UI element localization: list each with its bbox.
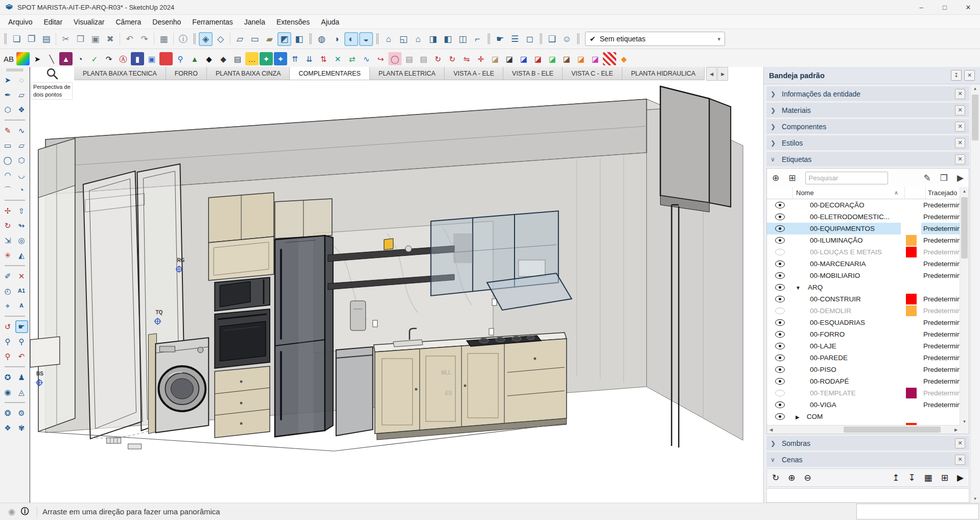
tag-name[interactable]: 00-PAREDE [792, 354, 901, 362]
red-flip-brick-icon[interactable]: ⇋ [460, 52, 473, 65]
scene-tab-vista-a-ele[interactable]: VISTA A - ELE [445, 67, 503, 80]
style-xray-button[interactable]: ◈ [199, 32, 213, 46]
red-move-cross-icon[interactable]: ✛ [474, 52, 487, 65]
text-tool[interactable]: A1 [15, 285, 28, 297]
select-tool[interactable]: ➤ [2, 74, 14, 86]
tab-scroll-left-button[interactable]: ◀ [706, 67, 717, 81]
visibility-toggle[interactable] [767, 366, 792, 373]
axes-extension-tool[interactable]: ✳ [2, 249, 14, 262]
measurements-box[interactable] [856, 504, 979, 519]
orange-box-icon[interactable]: ◆ [617, 52, 631, 65]
protractor-tool[interactable]: ◴ [2, 285, 14, 297]
menu-item[interactable]: Desenho [147, 15, 186, 29]
green-blue-swap-icon[interactable]: ⇄ [345, 52, 359, 65]
tag-color-cell[interactable] [901, 305, 921, 316]
view-left-button[interactable]: ◧ [441, 32, 455, 46]
tag-row[interactable]: 00-MARCENARIA Predeterminado [767, 258, 960, 270]
polygon-tool[interactable]: ⬡ [15, 154, 28, 167]
roof-plane-black-icon[interactable]: ◪ [503, 52, 516, 65]
tag-color-cell[interactable] [901, 329, 921, 340]
two-point-arc-tool[interactable]: ◡ [15, 169, 28, 181]
tag-name[interactable]: 00-TEMPLATE [792, 389, 901, 397]
view-options-button[interactable]: ▦ [924, 474, 932, 482]
geolocation-icon[interactable]: ◉ [5, 507, 18, 516]
visibility-toggle[interactable] [767, 413, 792, 420]
dimension-extension-tool[interactable]: ✕ [15, 270, 28, 282]
tags-icon[interactable]: ❒ [940, 174, 948, 182]
tag-dashes[interactable]: Predeterminado [921, 366, 960, 373]
style-shaded-textures-button[interactable]: ◩ [277, 32, 291, 46]
extension-b-tool[interactable]: ⚙ [15, 407, 28, 419]
tag-name[interactable]: 00-LOUÇAS E METAIS [792, 248, 901, 256]
tag-name[interactable]: 00-PISO [792, 366, 901, 373]
print-button[interactable]: ▦ [157, 32, 171, 46]
report-table-icon[interactable]: ▤ [231, 52, 244, 65]
scrollbar-thumb[interactable] [844, 427, 941, 433]
tag-color-cell[interactable] [901, 247, 921, 257]
tag-name[interactable]: 00-LAJE [792, 342, 901, 350]
tag-color-cell[interactable] [901, 364, 921, 375]
tray-section-etiquetas[interactable]: ∨ Etiquetas ✕ [766, 152, 969, 167]
tag-row[interactable]: 00-EQUIPAMENTOS Predeterminado [767, 223, 960, 234]
tag-name[interactable]: 00-FORRO [792, 330, 901, 338]
tag-dashes[interactable]: Predeterminado [921, 272, 960, 279]
add-scene-button[interactable]: ⊕ [788, 474, 795, 482]
visibility-toggle[interactable] [767, 214, 792, 220]
visibility-toggle[interactable] [767, 202, 792, 208]
scroll-down-icon[interactable]: ▼ [971, 494, 979, 503]
line-tool-icon[interactable]: ╲ [45, 52, 58, 65]
tag-dashes[interactable]: Predeterminado [921, 237, 960, 244]
tag-name[interactable]: 00-DEMOLIR [792, 307, 901, 315]
menu-item[interactable]: Ferramentas [186, 15, 238, 29]
tape-measure-tool[interactable]: ✐ [2, 270, 14, 282]
close-section-button[interactable]: ✕ [955, 122, 965, 132]
tag-dashes[interactable]: Predeterminado [921, 389, 960, 397]
roof-plane-blue-icon[interactable]: ◪ [517, 52, 530, 65]
tag-dashes[interactable]: Predeterminado [921, 248, 960, 256]
tag-color-cell[interactable] [901, 399, 921, 410]
dashes-column-header[interactable]: Tracejado [926, 189, 960, 197]
tag-color-cell[interactable] [901, 317, 921, 328]
tag-row[interactable]: 00-RODAPÉ Predeterminado [767, 375, 960, 387]
tag-row[interactable]: 00-TEMPLATE Predeterminado [767, 387, 960, 399]
scroll-left-icon[interactable]: ◀ [767, 426, 775, 434]
tray-section[interactable]: ❯ Componentes ✕ [766, 119, 969, 134]
update-scene-button[interactable]: ↻ [772, 474, 779, 482]
visibility-toggle[interactable] [767, 390, 792, 396]
tag-name[interactable]: 00-MARCENARIA [792, 260, 901, 268]
follow-me-tool[interactable]: ↬ [15, 219, 28, 232]
ab-text-icon[interactable]: AB [2, 52, 15, 65]
tag-name[interactable]: ▼ARQ [792, 283, 901, 291]
tag-name[interactable]: 00-DECORAÇÃO [792, 201, 901, 209]
tag-row[interactable]: 00-CONSTRUIR Predeterminado [767, 293, 960, 305]
tag-dashes[interactable]: Predeterminado [921, 319, 960, 326]
scene-tab-planta-baixa-cinza[interactable]: PLANTA BAIXA CINZA [207, 67, 290, 80]
scene-tab-planta-baixa-tecnica[interactable]: PLANTA BAIXA TECNICA [74, 67, 166, 80]
tag-row[interactable]: 00-PAREDE Predeterminado [767, 352, 960, 364]
tray-section[interactable]: ❯ Materiais ✕ [766, 103, 969, 117]
search-input[interactable] [805, 172, 888, 184]
tag-dashes[interactable]: Predeterminado [921, 213, 960, 221]
cut-button[interactable]: ✂ [59, 32, 73, 46]
tag-dashes[interactable]: Predeterminado [921, 401, 960, 409]
tag-name[interactable]: 00-RODAPÉ [792, 377, 901, 385]
move-tool[interactable]: ✢ [2, 204, 14, 217]
pink-sphere-icon[interactable]: ◯ [388, 52, 402, 65]
style-back-edges-button[interactable]: ◇ [214, 32, 227, 46]
bars-up-icon[interactable]: ⇈ [288, 52, 301, 65]
close-section-button[interactable]: ✕ [955, 138, 965, 148]
rainbow-palette-icon[interactable] [16, 52, 30, 65]
redo-button[interactable]: ↷ [137, 32, 151, 46]
move-scene-up-button[interactable]: ↥ [892, 474, 899, 482]
offset-tool[interactable]: ◎ [15, 234, 28, 247]
tag-row[interactable]: 00-LOUÇAS E METAIS Predeterminado [767, 246, 960, 258]
visibility-toggle[interactable] [767, 308, 792, 314]
tray-section-cenas[interactable]: ∨ Cenas ✕ [766, 452, 969, 467]
new-page-button[interactable]: ❑ [545, 32, 559, 46]
tag-dashes[interactable]: Predeterminado [921, 260, 960, 268]
roof-plane-brown-icon[interactable]: ◪ [560, 52, 573, 65]
camera-position-button[interactable]: ◑ [330, 32, 343, 46]
red-rotate-brick2-icon[interactable]: ↻ [446, 52, 459, 65]
tag-row[interactable]: ▼ARQ [767, 281, 960, 293]
red-curve-icon[interactable]: ↪ [374, 52, 387, 65]
